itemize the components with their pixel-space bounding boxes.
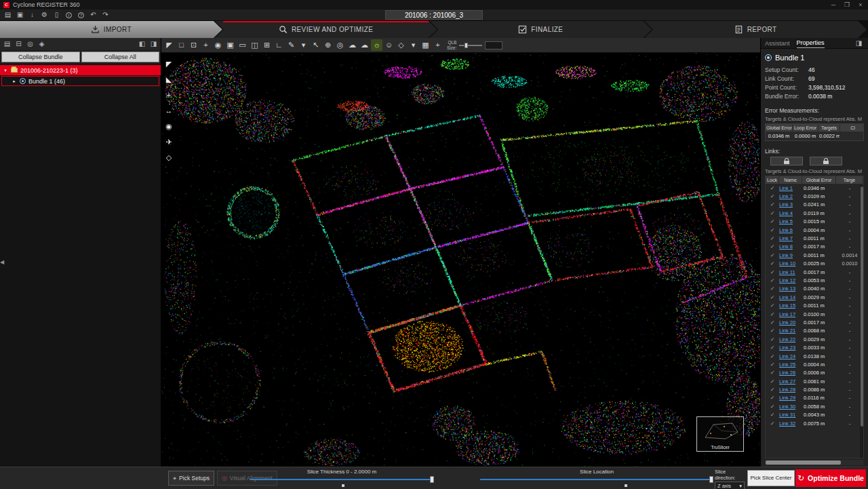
links-column-header[interactable]: Global Error [802, 176, 836, 184]
link-row[interactable]: ✓Link 220.0029 m- [766, 335, 863, 343]
sphere-icon[interactable]: ◎ [334, 39, 346, 51]
links-vertical-scrollbar[interactable] [860, 185, 863, 458]
link-lock-check[interactable]: ✓ [766, 311, 779, 317]
tab-properties[interactable]: Properties [797, 38, 825, 48]
point-cloud-canvas[interactable] [161, 53, 760, 467]
optimize-bundle-button[interactable]: ↻ Optimize Bundle [795, 469, 866, 487]
workflow-step-review[interactable]: REVIEW AND OPTIMIZE [215, 21, 437, 38]
link-lock-check[interactable]: ✓ [766, 336, 779, 343]
link-lock-check[interactable]: ✓ [766, 353, 779, 359]
link-name[interactable]: Link 27 [779, 378, 802, 385]
slice-location-slider[interactable] [480, 479, 713, 480]
link-name[interactable]: Link 5 [779, 218, 802, 224]
cube-icon[interactable]: ◇ [163, 152, 174, 163]
cursor-icon[interactable]: ◤ [163, 58, 174, 69]
point-cloud-view[interactable]: ◤◣+↔◉✈◇ TruSlicer [161, 53, 760, 467]
save-icon[interactable]: ▣ [15, 11, 25, 20]
link-name[interactable]: Link 32 [779, 420, 802, 427]
axes-icon[interactable]: + [432, 39, 443, 51]
view-cube-icon[interactable]: ◇ [395, 39, 407, 51]
link-name[interactable]: Link 29 [779, 395, 802, 401]
panel-collapse-arrow[interactable]: ◀ [0, 259, 4, 265]
workflow-step-finalize[interactable]: FINALIZE [430, 21, 652, 38]
zoom-region-icon[interactable]: ⊡ [188, 39, 199, 51]
single-view-icon[interactable]: ▭ [237, 39, 248, 51]
link-lock-check[interactable]: ✓ [766, 294, 779, 300]
zoom-icon[interactable]: ↔ [163, 105, 174, 116]
link-row[interactable]: ✓Link 60.0004 m- [766, 226, 863, 234]
link-name[interactable]: Link 11 [779, 269, 802, 275]
link-lock-check[interactable]: ✓ [766, 260, 779, 267]
help-icon[interactable]: ? [76, 11, 86, 20]
pick-slice-center-button[interactable]: Pick Slice Center [747, 470, 795, 486]
links-horizontal-scrollbar[interactable] [765, 460, 864, 465]
link-row[interactable]: ✓Link 20.0109 m- [766, 192, 863, 200]
cloud-align-icon[interactable]: ☁ [359, 39, 370, 51]
qlb-size-slider[interactable] [459, 45, 482, 46]
link-row[interactable]: ✓Link 30.0241 m- [766, 201, 863, 209]
link-row[interactable]: ✓Link 300.0058 m- [766, 402, 863, 410]
link-name[interactable]: Link 2 [779, 193, 802, 199]
link-lock-check[interactable]: ✓ [766, 243, 779, 250]
import-icon[interactable]: ↓ [27, 11, 37, 20]
link-name[interactable]: Link 20 [779, 319, 802, 326]
link-name[interactable]: Link 28 [779, 387, 802, 393]
links-column-header[interactable]: Targe [836, 176, 863, 184]
link-lock-check[interactable]: ✓ [766, 227, 779, 233]
link-name[interactable]: Link 7 [779, 235, 802, 241]
link-name[interactable]: Link 31 [779, 412, 802, 418]
link-lock-check[interactable]: ✓ [766, 277, 779, 283]
maximize-button[interactable]: ❐ [843, 1, 851, 8]
link-name[interactable]: Link 22 [779, 336, 802, 343]
close-button[interactable]: × [856, 1, 865, 8]
link-row[interactable]: ✓Link 240.0138 m- [766, 352, 863, 360]
link-row[interactable]: ✓Link 50.0015 m- [766, 218, 863, 226]
lock-links-button[interactable] [770, 157, 803, 165]
redo-icon[interactable]: ↷ [100, 11, 111, 20]
link-row[interactable]: ✓Link 320.0075 m- [766, 419, 863, 427]
link-lock-check[interactable]: ✓ [766, 370, 779, 376]
link-lock-check[interactable]: ✓ [766, 361, 779, 368]
open-icon[interactable]: ▤ [3, 11, 13, 20]
link-lock-check[interactable]: ✓ [766, 218, 779, 224]
link-name[interactable]: Link 24 [779, 353, 802, 359]
link-name[interactable]: Link 10 [779, 260, 802, 267]
link-row[interactable]: ✓Link 280.0086 m- [766, 385, 863, 393]
panel-layout-icon[interactable]: ◨ [854, 39, 864, 47]
link-row[interactable]: ✓Link 170.0100 m- [766, 310, 863, 318]
workflow-step-import[interactable]: IMPORT [0, 21, 222, 38]
pick-setups-button[interactable]: ⌖ Pick Setups [168, 471, 214, 486]
settings-icon[interactable]: ⚙ [39, 11, 50, 20]
minimize-button[interactable]: ─ [829, 1, 837, 8]
snapshot-icon[interactable]: ▣ [224, 39, 236, 51]
link-name[interactable]: Link 13 [779, 286, 802, 292]
dual-view-icon[interactable]: ◫ [249, 39, 260, 51]
link-row[interactable]: ✓Link 270.0061 m- [766, 377, 863, 385]
link-name[interactable]: Link 6 [779, 227, 802, 233]
link-row[interactable]: ✓Link 110.0017 m- [766, 268, 863, 276]
pan-3d-icon[interactable]: + [200, 39, 212, 51]
add-user-icon[interactable]: ☺ [383, 39, 395, 51]
link-row[interactable]: ✓Link 230.0033 m- [766, 343, 863, 351]
list-icon[interactable]: ▤ [2, 40, 12, 49]
delete-icon[interactable]: ▯ [52, 11, 62, 20]
link-row[interactable]: ✓Link 80.0017 m- [766, 243, 863, 251]
select-icon[interactable]: ◤ [163, 39, 175, 51]
link-row[interactable]: ✓Link 200.0017 m- [766, 318, 863, 326]
link-lock-check[interactable]: ✓ [766, 345, 779, 351]
dropdown-icon[interactable]: ▾ [408, 39, 419, 51]
link-lock-check[interactable]: ✓ [766, 269, 779, 275]
link-row[interactable]: ✓Link 290.0116 m- [766, 394, 863, 402]
fly-icon[interactable]: ✈ [163, 136, 174, 147]
quad-view-icon[interactable]: ⊞ [261, 39, 273, 51]
marquee-icon[interactable]: □ [176, 39, 187, 51]
expand-caret-icon[interactable]: ▾ [3, 68, 8, 73]
slice-direction-select[interactable]: Z axis ▾ [715, 482, 745, 489]
link-lock-check[interactable]: ✓ [766, 210, 779, 216]
attach-icon[interactable]: ⊟ [14, 40, 24, 49]
link-name[interactable]: Link 25 [779, 361, 802, 368]
link-row[interactable]: ✓Link 10.0346 m- [766, 184, 863, 192]
link-name[interactable]: Link 1 [779, 185, 802, 191]
link-row[interactable]: ✓Link 120.0053 m- [766, 276, 863, 284]
collapse-all-button[interactable]: Collapse All [81, 52, 160, 62]
